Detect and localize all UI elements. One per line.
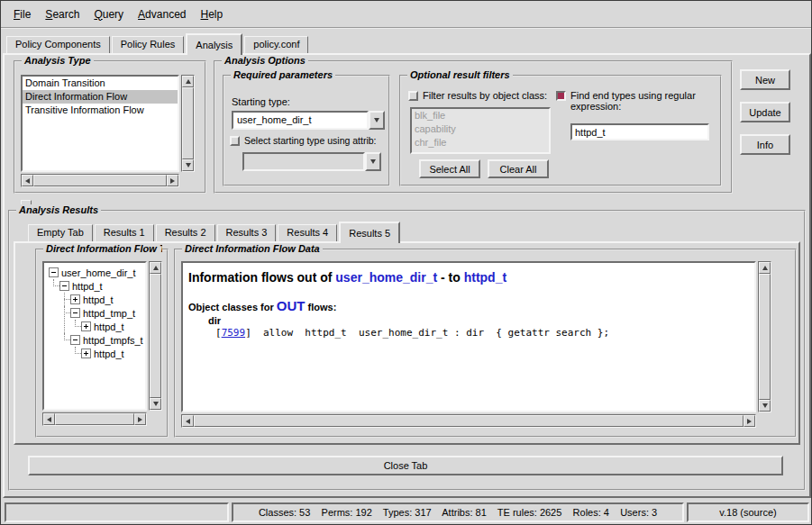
menu-file[interactable]: File bbox=[6, 5, 38, 23]
info-button[interactable]: Info bbox=[740, 134, 790, 155]
tree-node: httpd_tmp_t httpd_t bbox=[70, 306, 145, 333]
scroll-up-button[interactable] bbox=[182, 76, 194, 87]
object-classes-prefix: Object classes for bbox=[188, 302, 277, 312]
down-arrow-icon bbox=[762, 403, 768, 408]
scroll-right-button[interactable] bbox=[167, 175, 178, 186]
results-tab-5[interactable]: Results 5 bbox=[339, 222, 400, 243]
status-version: v.18 (source) bbox=[687, 502, 809, 522]
down-arrow-icon bbox=[186, 163, 191, 167]
results-tab-3[interactable]: Results 3 bbox=[217, 224, 277, 241]
analysis-type-hscrollbar[interactable] bbox=[21, 174, 179, 187]
scroll-thumb[interactable] bbox=[150, 274, 161, 398]
menu-advanced[interactable]: Advanced bbox=[131, 5, 193, 23]
chevron-down-icon bbox=[370, 159, 376, 164]
flow-tree-title: Direct Information Flow T bbox=[43, 243, 162, 254]
rule-text: allow httpd_t user_home_dir_t : dir { ge… bbox=[251, 327, 609, 339]
analysis-type-listbox: Domain Transition Direct Information Flo… bbox=[21, 75, 179, 172]
menubar: File Search Query Advanced Help bbox=[1, 1, 811, 29]
tree-collapse-icon[interactable] bbox=[70, 308, 80, 318]
tree-node-label[interactable]: httpd_t bbox=[83, 294, 114, 305]
scroll-up-button[interactable] bbox=[150, 262, 161, 274]
scroll-up-button[interactable] bbox=[759, 262, 771, 274]
tree-expand-icon[interactable] bbox=[81, 321, 91, 331]
scroll-down-button[interactable] bbox=[182, 159, 194, 171]
up-arrow-icon bbox=[762, 266, 768, 270]
scroll-thumb[interactable] bbox=[182, 87, 194, 159]
flow-header-prefix: Information flows out of bbox=[188, 270, 335, 285]
tree-node-label[interactable]: httpd_t bbox=[72, 281, 103, 292]
rule-line: [7599] allow httpd_t user_home_dir_t : d… bbox=[215, 327, 749, 339]
flow-data-title: Direct Information Flow Data bbox=[182, 243, 323, 254]
starting-type-value[interactable]: user_home_dir_t bbox=[232, 111, 369, 130]
flow-source-type: user_home_dir_t bbox=[335, 270, 437, 285]
tree-node-label[interactable]: httpd_tmpfs_t bbox=[83, 335, 143, 346]
results-tab-4[interactable]: Results 4 bbox=[278, 224, 337, 241]
right-arrow-icon bbox=[170, 178, 175, 184]
scroll-down-button[interactable] bbox=[150, 398, 161, 410]
listbox-item-domain-transition[interactable]: Domain Transition bbox=[23, 77, 178, 90]
attrib-checkbox-label: Select starting type using attrib: bbox=[244, 135, 377, 146]
flow-header: Information flows out of user_home_dir_t… bbox=[188, 270, 749, 285]
tree-expand-icon[interactable] bbox=[70, 294, 80, 304]
regex-input[interactable] bbox=[570, 123, 709, 140]
new-button[interactable]: New bbox=[740, 69, 790, 90]
scroll-left-button[interactable] bbox=[43, 413, 55, 425]
tree-collapse-icon[interactable] bbox=[59, 281, 69, 291]
scroll-down-button[interactable] bbox=[759, 400, 771, 412]
starting-type-combobox[interactable]: user_home_dir_t bbox=[232, 111, 385, 130]
tab-analysis[interactable]: Analysis bbox=[186, 33, 242, 55]
tree-vscrollbar[interactable] bbox=[149, 261, 162, 411]
results-tabstrip: Empty Tab Results 1 Results 2 Results 3 … bbox=[28, 222, 402, 241]
menu-search[interactable]: Search bbox=[38, 5, 87, 23]
select-all-button[interactable]: Select All bbox=[419, 159, 480, 178]
scroll-thumb[interactable] bbox=[759, 274, 771, 400]
menu-query[interactable]: Query bbox=[87, 5, 131, 23]
data-hscrollbar[interactable] bbox=[181, 414, 756, 428]
listbox-item-direct-information-flow[interactable]: Direct Information Flow bbox=[23, 90, 178, 104]
scroll-thumb[interactable] bbox=[55, 413, 134, 425]
attrib-checkbox[interactable] bbox=[230, 136, 240, 146]
listbox-item-transitive-information-flow[interactable]: Transitive Information Flow bbox=[23, 104, 178, 117]
tree-collapse-icon[interactable] bbox=[49, 267, 59, 277]
optional-filters-frame: Optional result filters Filter results b… bbox=[399, 75, 722, 186]
object-class-filter-checkbox[interactable] bbox=[408, 91, 418, 101]
rule-bracket: [ bbox=[215, 327, 222, 339]
tree-node: httpd_t httpd_t bbox=[59, 279, 145, 360]
results-tab-empty[interactable]: Empty Tab bbox=[28, 224, 93, 241]
data-vscrollbar[interactable] bbox=[758, 261, 771, 412]
object-classes-line: Object classes for OUT flows: bbox=[188, 298, 749, 313]
tree-node-label[interactable]: httpd_t bbox=[94, 321, 124, 332]
clear-all-button[interactable]: Clear All bbox=[488, 159, 549, 178]
close-tab-button[interactable]: Close Tab bbox=[28, 456, 783, 475]
tree-node-label[interactable]: httpd_tmp_t bbox=[83, 308, 135, 319]
tab-policy-rules[interactable]: Policy Rules bbox=[112, 36, 185, 53]
object-class-item: capability bbox=[412, 122, 549, 136]
results-tab-2[interactable]: Results 2 bbox=[156, 224, 215, 241]
tree-collapse-icon[interactable] bbox=[70, 335, 80, 345]
chevron-down-icon bbox=[374, 118, 379, 122]
scroll-thumb[interactable] bbox=[33, 175, 167, 186]
left-arrow-icon bbox=[47, 417, 51, 422]
tree-node-label[interactable]: user_home_dir_t bbox=[61, 267, 136, 278]
tree-expand-icon[interactable] bbox=[81, 348, 91, 358]
tab-policy-components[interactable]: Policy Components bbox=[6, 36, 110, 53]
flow-data-text: Information flows out of user_home_dir_t… bbox=[181, 261, 756, 412]
scroll-thumb[interactable] bbox=[194, 415, 744, 427]
scroll-right-button[interactable] bbox=[744, 415, 755, 427]
tree-node: httpd_tmpfs_t httpd_t bbox=[70, 333, 145, 360]
rule-number-link[interactable]: 7599 bbox=[222, 327, 246, 339]
tree-hscrollbar[interactable] bbox=[42, 412, 147, 426]
scroll-left-button[interactable] bbox=[22, 175, 33, 186]
update-button[interactable]: Update bbox=[740, 102, 790, 122]
tab-policy-conf[interactable]: policy.conf bbox=[244, 36, 308, 53]
tree-node: user_home_dir_t httpd_t bbox=[49, 266, 145, 360]
analysis-type-vscrollbar[interactable] bbox=[181, 75, 195, 172]
scroll-right-button[interactable] bbox=[134, 413, 146, 425]
results-tab-1[interactable]: Results 1 bbox=[95, 224, 154, 241]
regex-checkbox[interactable] bbox=[556, 91, 566, 101]
scroll-left-button[interactable] bbox=[182, 415, 194, 427]
combobox-dropdown-button[interactable] bbox=[369, 111, 385, 130]
tree-node-label[interactable]: httpd_t bbox=[94, 348, 124, 359]
object-class-name: dir bbox=[208, 315, 749, 326]
menu-help[interactable]: Help bbox=[193, 5, 230, 23]
